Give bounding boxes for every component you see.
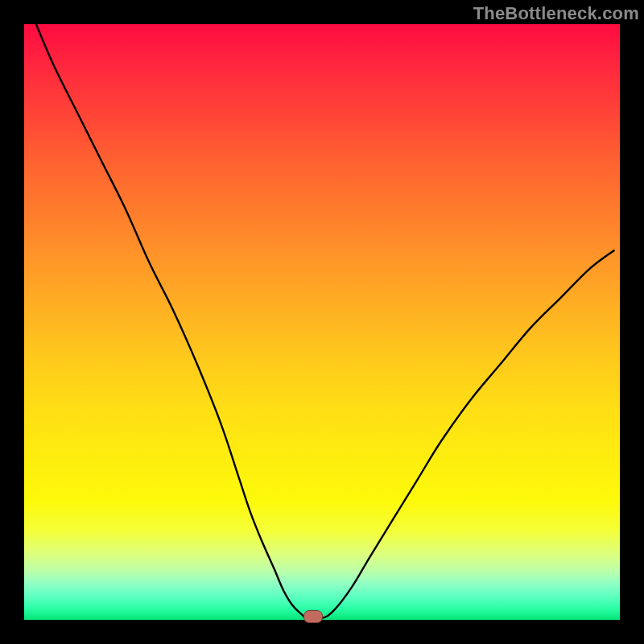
optimal-marker	[303, 610, 323, 623]
plot-area	[24, 24, 620, 620]
chart-frame: TheBottleneck.com	[0, 0, 644, 644]
bottleneck-curve	[36, 24, 614, 619]
curve-svg	[24, 24, 620, 620]
watermark-text: TheBottleneck.com	[473, 3, 639, 24]
